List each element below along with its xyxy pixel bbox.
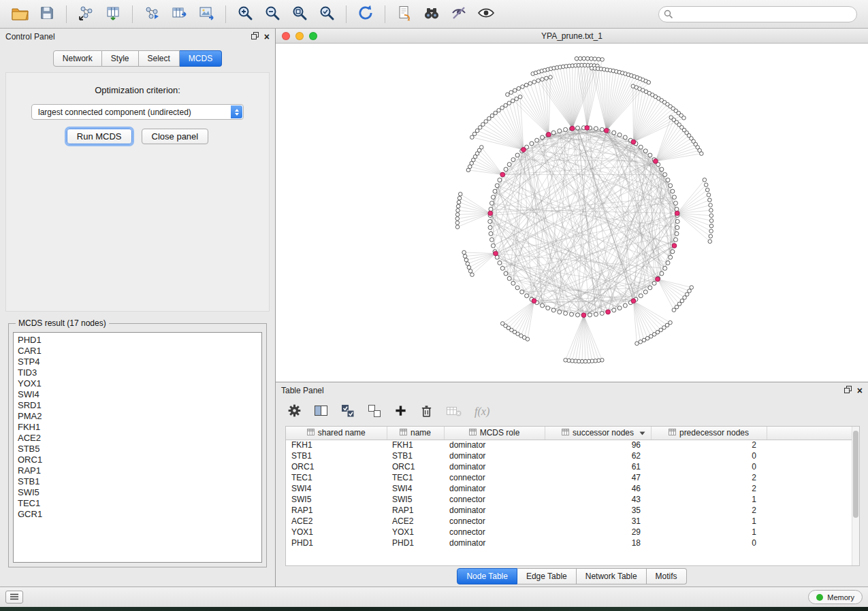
float-panel-icon[interactable] [844, 386, 852, 395]
mcds-node-item[interactable]: CAR1 [18, 346, 261, 357]
col-header-name[interactable]: name [387, 427, 444, 440]
cell-successor-nodes[interactable]: 46 [545, 483, 651, 494]
network-canvas[interactable] [276, 44, 868, 382]
cell-shared-name[interactable]: SWI4 [286, 483, 387, 494]
mcds-node-item[interactable]: ACE2 [18, 433, 261, 444]
cell-shared-name[interactable]: STB1 [286, 450, 387, 461]
scrollbar-thumb[interactable] [853, 431, 858, 518]
cell-predecessor-nodes[interactable]: 1 [651, 516, 767, 527]
cell-predecessor-nodes[interactable]: 0 [651, 538, 767, 548]
tab-style[interactable]: Style [102, 50, 139, 67]
cell-name[interactable]: ACE2 [387, 516, 444, 527]
table-row[interactable]: SWI5SWI5connector431 [286, 494, 859, 505]
table-row[interactable]: TEC1TEC1connector472 [286, 472, 859, 483]
cell-predecessor-nodes[interactable]: 0 [651, 461, 767, 472]
memory-button[interactable]: Memory [808, 590, 863, 604]
cell-predecessor-nodes[interactable]: 2 [651, 440, 767, 450]
cell-shared-name[interactable]: RAP1 [286, 505, 387, 516]
export-image-button[interactable] [193, 3, 219, 25]
cell-predecessor-nodes[interactable]: 1 [651, 494, 767, 505]
cell-predecessor-nodes[interactable]: 2 [651, 483, 767, 494]
tab-edge-table[interactable]: Edge Table [517, 568, 577, 584]
cell-mcds-role[interactable]: connector [444, 472, 545, 483]
mcds-node-item[interactable]: STP4 [18, 357, 261, 367]
mcds-node-item[interactable]: FKH1 [18, 422, 261, 433]
table-row[interactable]: FKH1FKH1dominator962 [286, 440, 859, 450]
cell-predecessor-nodes[interactable]: 0 [651, 450, 767, 461]
mcds-node-item[interactable]: PHD1 [18, 335, 261, 346]
column-layout-button[interactable] [314, 404, 328, 419]
cell-name[interactable]: RAP1 [387, 505, 444, 516]
mcds-node-item[interactable]: SWI4 [18, 389, 261, 400]
cell-successor-nodes[interactable]: 43 [545, 494, 651, 505]
mcds-node-item[interactable]: PMA2 [18, 411, 261, 422]
table-row[interactable]: YOX1YOX1connector291 [286, 527, 859, 538]
col-header-successor-nodes[interactable]: successor nodes [545, 427, 651, 440]
zoom-out-button[interactable] [259, 3, 285, 25]
table-row[interactable]: PHD1PHD1dominator180 [286, 538, 859, 548]
optimization-criterion-select[interactable]: largest connected component (undirected) [31, 104, 244, 120]
hide-all-columns-button[interactable] [368, 404, 381, 420]
cell-mcds-role[interactable]: connector [444, 527, 545, 538]
tab-network[interactable]: Network [53, 50, 102, 67]
table-scrollbar[interactable] [852, 427, 859, 565]
mcds-result-list[interactable]: PHD1CAR1STP4TID3YOX1SWI4SRD1PMA2FKH1ACE2… [13, 332, 262, 563]
import-table-button[interactable] [100, 3, 126, 25]
mcds-node-item[interactable]: YOX1 [18, 378, 261, 389]
cell-mcds-role[interactable]: connector [444, 516, 545, 527]
cell-predecessor-nodes[interactable]: 2 [651, 505, 767, 516]
window-minimize-icon[interactable] [295, 32, 304, 40]
table-row[interactable]: ORC1ORC1dominator610 [286, 461, 859, 472]
search-input[interactable] [658, 6, 857, 22]
add-column-button[interactable] [394, 404, 407, 419]
mcds-node-item[interactable]: RAP1 [18, 465, 261, 476]
network-graph[interactable] [276, 44, 868, 382]
cell-name[interactable]: TEC1 [387, 472, 444, 483]
function-builder-button[interactable]: f(x) [475, 406, 489, 418]
cell-successor-nodes[interactable]: 62 [545, 450, 651, 461]
cell-shared-name[interactable]: SWI5 [286, 494, 387, 505]
col-header-mcds-role[interactable]: MCDS role [444, 427, 545, 440]
table-options-button[interactable] [288, 404, 301, 419]
cell-mcds-role[interactable]: connector [444, 494, 545, 505]
cell-shared-name[interactable]: ACE2 [286, 516, 387, 527]
cell-successor-nodes[interactable]: 96 [545, 440, 651, 450]
cell-name[interactable]: SWI4 [387, 483, 444, 494]
cell-name[interactable]: SWI5 [387, 494, 444, 505]
zoom-fit-button[interactable] [287, 3, 312, 25]
cell-successor-nodes[interactable]: 31 [545, 516, 651, 527]
hide-graphics-details-button[interactable] [446, 3, 472, 25]
cell-shared-name[interactable]: ORC1 [286, 461, 387, 472]
mcds-node-item[interactable]: STB1 [18, 476, 261, 487]
cell-mcds-role[interactable]: dominator [444, 538, 545, 548]
export-table-button[interactable] [166, 3, 192, 25]
run-mcds-button[interactable]: Run MCDS [67, 129, 132, 144]
cell-name[interactable]: PHD1 [387, 538, 444, 548]
col-header-shared-name[interactable]: shared name [286, 427, 387, 440]
mcds-node-item[interactable]: SWI5 [18, 487, 261, 498]
col-header-predecessor-nodes[interactable]: predecessor nodes [651, 427, 767, 440]
cell-name[interactable]: FKH1 [387, 440, 444, 450]
open-file-button[interactable] [7, 3, 33, 25]
cell-mcds-role[interactable]: dominator [444, 505, 545, 516]
mcds-node-item[interactable]: TEC1 [18, 498, 261, 509]
cell-mcds-role[interactable]: dominator [444, 461, 545, 472]
table-row[interactable]: RAP1RAP1dominator352 [286, 505, 859, 516]
mcds-node-item[interactable]: TID3 [18, 367, 261, 378]
table-row[interactable]: SWI4SWI4dominator462 [286, 483, 859, 494]
tab-network-table[interactable]: Network Table [577, 568, 647, 584]
tab-select[interactable]: Select [139, 50, 180, 67]
close-panel-icon[interactable]: × [264, 33, 270, 40]
zoom-in-button[interactable] [232, 3, 258, 25]
cell-successor-nodes[interactable]: 35 [545, 505, 651, 516]
status-menu-button[interactable] [5, 591, 23, 604]
mcds-node-item[interactable]: ORC1 [18, 455, 261, 465]
cell-mcds-role[interactable]: dominator [444, 440, 545, 450]
cell-name[interactable]: ORC1 [387, 461, 444, 472]
table-row[interactable]: STB1STB1dominator620 [286, 450, 859, 461]
mcds-node-item[interactable]: STB5 [18, 444, 261, 455]
find-button[interactable] [419, 3, 445, 25]
cell-shared-name[interactable]: FKH1 [286, 440, 387, 450]
cell-successor-nodes[interactable]: 18 [545, 538, 651, 548]
save-session-button[interactable] [34, 3, 60, 25]
